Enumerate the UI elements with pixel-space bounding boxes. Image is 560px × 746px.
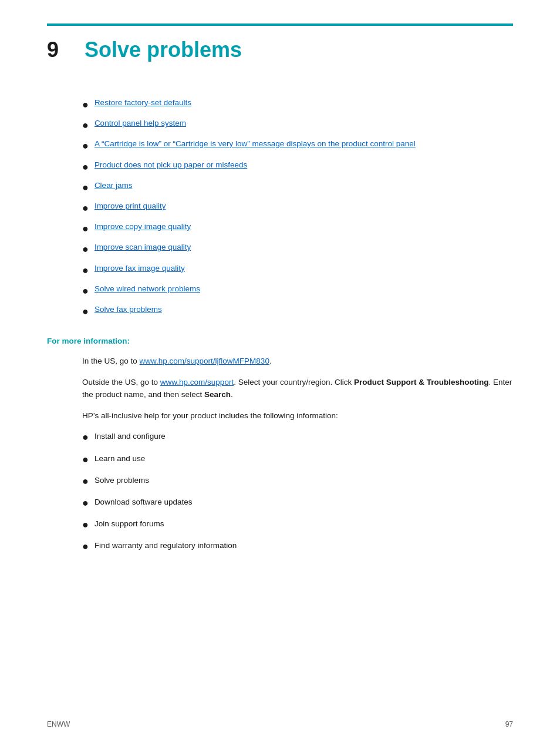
for-more-section: For more information:: [47, 337, 513, 345]
paragraph1-prefix: In the US, go to: [82, 357, 140, 365]
item-download: Download software updates: [95, 496, 193, 509]
bullet-icon: ●: [82, 496, 89, 510]
list-item: ● Install and configure: [82, 430, 513, 445]
chapter-number: 9: [47, 38, 70, 62]
list-item: ● Improve fax image quality: [82, 263, 513, 278]
bullet-icon: ●: [82, 452, 89, 467]
bullet-icon: ●: [82, 430, 89, 445]
list-item: ● Join support forums: [82, 518, 513, 532]
toc-list: ● Restore factory-set defaults ● Control…: [82, 98, 513, 319]
item-warranty: Find warranty and regulatory information: [95, 539, 237, 552]
list-item: ● Improve scan image quality: [82, 242, 513, 257]
footer-enww: ENWW: [47, 720, 70, 728]
top-border: [47, 23, 513, 26]
toc-link-scan-quality[interactable]: Improve scan image quality: [95, 242, 191, 253]
link-us-support[interactable]: www.hp.com/support/ljflowMFPM830: [140, 357, 269, 365]
bullet-icon: ●: [82, 160, 89, 174]
for-more-label: For more information:: [47, 337, 513, 345]
item-solve: Solve problems: [95, 474, 149, 487]
info-section: In the US, go to www.hp.com/support/ljfl…: [82, 355, 513, 555]
toc-link-wired-network[interactable]: Solve wired network problems: [95, 284, 200, 295]
paragraph1-suffix: .: [269, 357, 272, 365]
list-item: ● Control panel help system: [82, 118, 513, 133]
bullet-icon: ●: [82, 518, 89, 532]
toc-link-fax-quality[interactable]: Improve fax image quality: [95, 263, 185, 274]
toc-link-restore[interactable]: Restore factory-set defaults: [95, 98, 191, 109]
toc-link-jams[interactable]: Clear jams: [95, 180, 133, 191]
bullet-icon: ●: [82, 139, 89, 153]
item-forums: Join support forums: [95, 518, 164, 530]
bullet-icon: ●: [82, 201, 89, 216]
toc-link-paper[interactable]: Product does not pick up paper or misfee…: [95, 160, 247, 171]
page-footer: ENWW 97: [47, 720, 513, 728]
bullet-icon: ●: [82, 221, 89, 236]
list-item: ● Clear jams: [82, 180, 513, 195]
list-item: ● Restore factory-set defaults: [82, 98, 513, 112]
bullet-icon: ●: [82, 242, 89, 257]
toc-link-cartridge[interactable]: A “Cartridge is low” or “Cartridge is ve…: [95, 139, 416, 150]
list-item: ● Solve wired network problems: [82, 284, 513, 298]
bold-search: Search: [204, 390, 231, 399]
toc-link-copy-quality[interactable]: Improve copy image quality: [95, 221, 191, 233]
paragraph2-prefix: Outside the US, go to: [82, 378, 160, 387]
list-item: ● Solve problems: [82, 474, 513, 489]
item-install: Install and configure: [95, 430, 166, 443]
list-item: ● Find warranty and regulatory informati…: [82, 539, 513, 554]
bullet-icon: ●: [82, 539, 89, 554]
paragraph2-suffix: .: [231, 390, 233, 399]
paragraph2-middle: . Select your country/region. Click: [234, 378, 354, 387]
bullet-icon: ●: [82, 98, 89, 112]
info-list: ● Install and configure ● Learn and use …: [82, 430, 513, 554]
toc-link-print-quality[interactable]: Improve print quality: [95, 201, 166, 212]
paragraph-us: In the US, go to www.hp.com/support/ljfl…: [82, 355, 513, 368]
item-learn: Learn and use: [95, 452, 145, 465]
list-item: ● Improve print quality: [82, 201, 513, 216]
toc-link-control-panel[interactable]: Control panel help system: [95, 118, 186, 129]
bullet-icon: ●: [82, 118, 89, 133]
bullet-icon: ●: [82, 180, 89, 195]
list-item: ● Learn and use: [82, 452, 513, 467]
chapter-title: Solve problems: [85, 38, 242, 62]
list-item: ● Improve copy image quality: [82, 221, 513, 236]
list-item: ● Download software updates: [82, 496, 513, 510]
toc-link-fax-problems[interactable]: Solve fax problems: [95, 304, 162, 315]
bullet-icon: ●: [82, 304, 89, 319]
link-global-support[interactable]: www.hp.com/support: [160, 378, 234, 387]
list-item: ● Product does not pick up paper or misf…: [82, 160, 513, 174]
footer-page-number: 97: [505, 720, 513, 728]
bold-product-support: Product Support & Troubleshooting: [354, 378, 488, 387]
chapter-header: 9 Solve problems: [47, 38, 513, 62]
paragraph-outside-us: Outside the US, go to www.hp.com/support…: [82, 376, 513, 401]
page-container: 9 Solve problems ● Restore factory-set d…: [0, 0, 560, 746]
bullet-icon: ●: [82, 474, 89, 489]
bullet-icon: ●: [82, 263, 89, 278]
paragraph-hp-help: HP’s all-inclusive help for your product…: [82, 409, 513, 422]
bullet-icon: ●: [82, 284, 89, 298]
list-item: ● Solve fax problems: [82, 304, 513, 319]
list-item: ● A “Cartridge is low” or “Cartridge is …: [82, 139, 513, 153]
